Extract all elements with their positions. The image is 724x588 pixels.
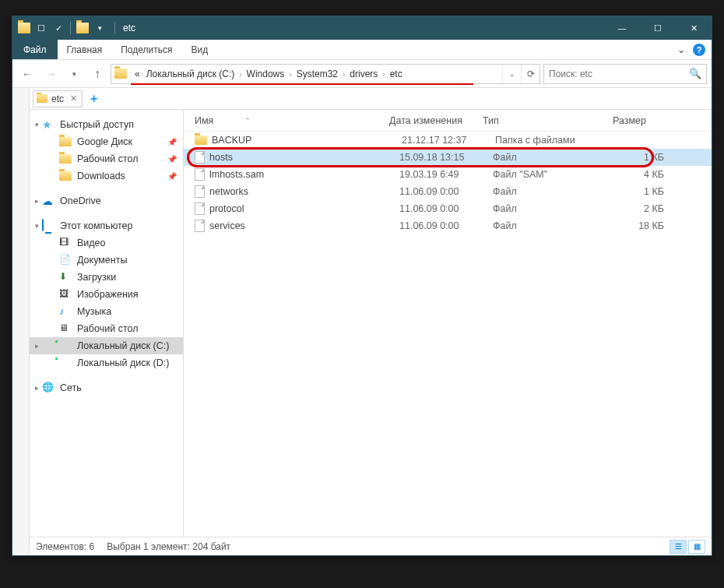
img-icon: [59, 288, 72, 301]
tree-label: Документы: [77, 255, 127, 266]
tree-item[interactable]: Загрузки: [30, 269, 183, 286]
file-row[interactable]: services11.06.09 0:00Файл18 КБ: [184, 217, 712, 234]
tree-label: Загрузки: [77, 272, 116, 283]
file-size: 4 КБ: [602, 169, 664, 180]
breadcrumb-item[interactable]: System32: [293, 69, 341, 79]
ribbon-tab-home[interactable]: Главная: [58, 40, 112, 59]
back-button[interactable]: ←: [17, 64, 37, 84]
qat-newfolder-icon[interactable]: ✓: [50, 19, 67, 37]
tab-close-icon[interactable]: ✕: [70, 93, 77, 104]
status-selection: Выбран 1 элемент: 204 байт: [107, 541, 230, 552]
ribbon-expand-icon[interactable]: ⌄: [674, 43, 688, 57]
expand-icon[interactable]: ▸: [33, 384, 40, 392]
file-icon: [195, 168, 205, 181]
tree-item[interactable]: Downloads📌: [30, 167, 183, 185]
file-menu[interactable]: Файл: [12, 40, 58, 59]
tree-onedrive[interactable]: ▸ OneDrive: [30, 192, 183, 209]
tree-item[interactable]: Видео: [30, 234, 183, 252]
tree-label: Google Диск: [77, 136, 132, 147]
file-row[interactable]: lmhosts.sam19.03.19 6:49Файл "SAM"4 КБ: [184, 166, 712, 183]
breadcrumb-item[interactable]: drivers: [346, 69, 381, 79]
view-icons-button[interactable]: ▦: [688, 540, 705, 554]
vid-icon: [59, 237, 72, 249]
nav-bar: ← → ▾ ↑ « Локальный диск (C:)›Windows›Sy…: [12, 60, 712, 88]
history-dropdown-icon[interactable]: ▾: [64, 64, 84, 84]
tree-item[interactable]: Музыка: [30, 303, 183, 320]
pin-icon: 📌: [167, 138, 177, 146]
breadcrumb-item[interactable]: etc: [387, 69, 406, 79]
expand-icon[interactable]: ▸: [33, 197, 40, 205]
separator: [114, 22, 115, 34]
search-icon[interactable]: 🔍: [689, 68, 701, 79]
view-details-button[interactable]: ☰: [670, 540, 687, 554]
tree-item[interactable]: Google Диск📌: [30, 133, 183, 150]
up-button[interactable]: ↑: [87, 64, 107, 84]
forward-button[interactable]: →: [40, 64, 61, 84]
file-row[interactable]: hosts15.09.18 13:15Файл1 КБ: [184, 149, 712, 166]
cloud-icon: [42, 195, 54, 207]
tree-label: Локальный диск (D:): [77, 357, 169, 368]
chevron-right-icon[interactable]: ›: [287, 70, 293, 79]
expand-icon[interactable]: ▾: [33, 121, 40, 129]
file-type: Файл: [493, 220, 602, 231]
file-name: BACKUP: [212, 135, 402, 146]
maximize-button[interactable]: ☐: [640, 16, 676, 40]
col-name[interactable]: Имя⌃: [195, 115, 389, 126]
file-size: 1 КБ: [602, 152, 664, 163]
minimize-button[interactable]: ―: [604, 16, 640, 40]
ribbon-tab-view[interactable]: Вид: [181, 40, 217, 59]
folder-icon: [59, 154, 72, 164]
tree-item[interactable]: Изображения: [30, 286, 183, 303]
file-row[interactable]: protocol11.06.09 0:00Файл2 КБ: [184, 200, 712, 217]
tree-label: Локальный диск (C:): [77, 340, 169, 351]
tree-quick-access[interactable]: ▾ Быстрый доступ: [30, 116, 183, 133]
title-bar[interactable]: ☐ ✓ ▾ etc ― ☐ ✕: [12, 16, 712, 40]
tree-label: Рабочий стол: [77, 153, 138, 164]
new-tab-button[interactable]: +: [84, 92, 104, 106]
refresh-button[interactable]: ⟳: [521, 65, 539, 83]
tree-item[interactable]: ▸Локальный диск (C:): [30, 337, 183, 354]
mus-icon: [59, 305, 72, 318]
chevron-right-icon[interactable]: ›: [381, 70, 386, 79]
file-row[interactable]: networks11.06.09 0:00Файл1 КБ: [184, 183, 712, 200]
doc-icon: [59, 254, 72, 266]
search-box[interactable]: 🔍: [543, 64, 707, 84]
qat-folder-icon[interactable]: [74, 19, 91, 37]
folder-icon: [59, 137, 72, 146]
tree-label: Сеть: [60, 382, 82, 393]
file-name: networks: [209, 186, 399, 197]
breadcrumb-item[interactable]: Windows: [244, 69, 288, 79]
address-bar[interactable]: « Локальный диск (C:)›Windows›System32›d…: [111, 64, 540, 84]
address-dropdown-icon[interactable]: ⌄: [502, 65, 521, 83]
search-input[interactable]: [549, 69, 689, 79]
qat-properties-icon[interactable]: ☐: [33, 19, 50, 37]
navigation-tree[interactable]: ▾ Быстрый доступ Google Диск📌Рабочий сто…: [30, 110, 184, 537]
col-type[interactable]: Тип: [483, 115, 592, 126]
col-size[interactable]: Размер: [592, 115, 654, 126]
close-button[interactable]: ✕: [676, 16, 712, 40]
tree-item[interactable]: Документы: [30, 252, 183, 269]
breadcrumb-item[interactable]: Локальный диск (C:): [143, 69, 238, 79]
tree-item[interactable]: Рабочий стол: [30, 320, 183, 337]
file-list[interactable]: Имя⌃ Дата изменения Тип Размер BACKUP21.…: [184, 110, 712, 537]
file-icon: [195, 202, 205, 215]
annotation-underline: [131, 83, 473, 85]
tree-this-pc[interactable]: ▾ Этот компьютер: [30, 217, 183, 234]
tree-network[interactable]: ▸ Сеть: [30, 379, 183, 396]
file-row[interactable]: BACKUP21.12.17 12:37Папка с файлами: [184, 132, 712, 149]
tree-item[interactable]: Локальный диск (D:): [30, 354, 183, 371]
expand-icon[interactable]: ▸: [33, 342, 40, 350]
col-date[interactable]: Дата изменения: [389, 115, 483, 126]
help-icon[interactable]: ?: [693, 44, 705, 56]
qat-dropdown-icon[interactable]: ▾: [91, 19, 108, 37]
separator: [70, 22, 71, 34]
chevron-right-icon[interactable]: ›: [237, 70, 243, 79]
ribbon-tab-share[interactable]: Поделиться: [111, 40, 181, 59]
folder-tab-etc[interactable]: etc ✕: [33, 90, 83, 107]
column-headers[interactable]: Имя⌃ Дата изменения Тип Размер: [184, 110, 712, 132]
tree-label: Быстрый доступ: [60, 119, 134, 130]
address-folder-icon: [114, 69, 127, 79]
tree-item[interactable]: Рабочий стол📌: [30, 150, 183, 167]
file-date: 19.03.19 6:49: [399, 169, 493, 180]
expand-icon[interactable]: ▾: [33, 222, 40, 230]
